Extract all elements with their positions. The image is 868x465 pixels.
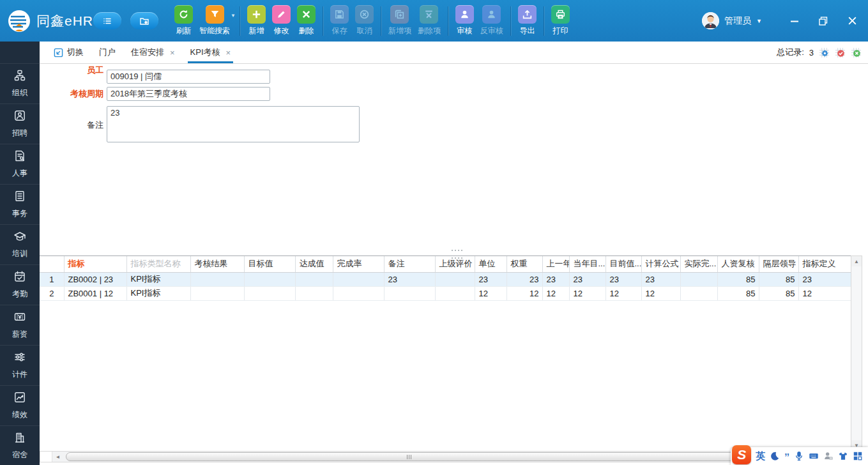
tab-portal[interactable]: 门户 (91, 42, 123, 63)
table-cell-result[interactable] (190, 272, 244, 286)
sidebar-item-hr[interactable]: 人事 (0, 144, 40, 184)
table-cell-result[interactable] (190, 286, 244, 300)
column-header-definition[interactable]: 指标定义 (798, 256, 851, 272)
table-cell-indicator-type[interactable]: KPI指标 (126, 272, 190, 286)
table-cell-achieved[interactable] (295, 286, 333, 300)
user-name[interactable]: 管理员 (724, 15, 751, 27)
column-header-achieved[interactable]: 达成值 (295, 256, 333, 272)
table-cell-current-value[interactable]: 23 (605, 272, 641, 286)
table-cell-last-year[interactable]: 12 (542, 286, 569, 300)
avatar[interactable] (702, 12, 719, 29)
column-header-current-target[interactable]: 当年目... (569, 256, 605, 272)
scroll-up-icon[interactable]: ▲ (851, 256, 862, 266)
column-header-result[interactable]: 考核结果 (190, 256, 244, 272)
tab-accommodation[interactable]: 住宿安排× (123, 42, 183, 63)
column-header-current-value[interactable]: 目前值... (605, 256, 641, 272)
table-cell-indicator[interactable]: ZB0001 | 12 (64, 286, 126, 300)
restore-button[interactable] (818, 15, 829, 27)
grid-approve-icon[interactable] (835, 47, 846, 58)
person-badge-icon[interactable] (823, 451, 834, 461)
sidebar-item-training[interactable]: 培训 (0, 224, 40, 264)
column-header-skip-leader[interactable]: 隔层领导 (759, 256, 798, 272)
column-header-num[interactable] (40, 256, 64, 272)
table-cell-superior-eval[interactable] (435, 286, 475, 300)
scrollbar-thumb[interactable] (66, 452, 752, 461)
column-header-weight[interactable]: 权重 (506, 256, 542, 272)
minimize-button[interactable] (789, 15, 800, 27)
table-cell-skip-leader[interactable]: 85 (759, 286, 798, 300)
column-header-completion[interactable]: 完成率 (333, 256, 384, 272)
table-cell-completion[interactable] (333, 272, 384, 286)
column-header-last-year[interactable]: 上一年... (542, 256, 569, 272)
table-cell-target[interactable] (244, 272, 295, 286)
sidebar-item-salary[interactable]: 薪资 (0, 305, 40, 345)
horizontal-scrollbar[interactable]: ◄ (40, 451, 851, 462)
column-header-formula[interactable]: 计算公式 (641, 256, 680, 272)
table-cell-last-year[interactable]: 23 (542, 272, 569, 286)
table-row[interactable]: 2ZB0001 | 12KPI指标121212121212858512 (40, 286, 851, 300)
tab-switch[interactable]: 切换 (46, 42, 91, 63)
punct-icon[interactable]: ’’ (784, 451, 789, 462)
sidebar-item-piecework[interactable]: 计件 (0, 345, 40, 385)
row-number-cell[interactable]: 1 (40, 272, 64, 286)
export-button[interactable]: 导出 (515, 5, 540, 36)
table-cell-completion[interactable] (333, 286, 384, 300)
column-header-target[interactable]: 目标值 (244, 256, 295, 272)
print-button[interactable]: 打印 (548, 5, 573, 36)
tab-close-icon[interactable]: × (170, 48, 175, 57)
user-dropdown-caret-icon[interactable]: ▼ (756, 18, 762, 24)
grid-reject-icon[interactable] (851, 47, 862, 58)
column-header-unit[interactable]: 单位 (475, 256, 506, 272)
scroll-left-icon[interactable]: ◄ (52, 452, 63, 462)
smart-search-button[interactable]: 智能搜索 (196, 5, 233, 36)
sidebar-item-org[interactable]: 组织 (0, 63, 40, 103)
splitter-handle[interactable] (452, 257, 462, 259)
row-number-cell[interactable]: 2 (40, 286, 64, 300)
folder-settings-button[interactable] (130, 12, 158, 29)
close-button[interactable] (846, 15, 858, 27)
table-cell-current-target[interactable]: 23 (569, 272, 605, 286)
table-cell-achieved[interactable] (295, 272, 333, 286)
keyboard-icon[interactable] (809, 451, 819, 461)
column-header-indicator-type[interactable]: 指标类型名称 (126, 256, 190, 272)
sidebar-item-recruit[interactable]: 招聘 (0, 103, 40, 144)
table-cell-remark[interactable] (384, 286, 435, 300)
table-cell-actual[interactable] (680, 272, 717, 286)
table-cell-target[interactable] (244, 286, 295, 300)
table-cell-actual[interactable] (680, 286, 717, 300)
audit-button[interactable]: 审核 (452, 5, 477, 36)
table-cell-indicator-type[interactable]: KPI指标 (126, 286, 190, 300)
search-dropdown-caret-icon[interactable]: ▼ (231, 13, 236, 19)
moon-icon[interactable] (770, 451, 780, 461)
table-cell-weight[interactable]: 12 (506, 286, 542, 300)
tab-kpi[interactable]: KPI考核× (183, 42, 239, 63)
column-header-indicator[interactable]: 指标 (64, 256, 126, 272)
table-cell-indicator[interactable]: ZB0002 | 23 (64, 272, 126, 286)
table-cell-definition[interactable]: 12 (798, 286, 851, 300)
grid-squares-icon[interactable] (853, 451, 863, 461)
employee-field[interactable] (107, 70, 270, 84)
vertical-scrollbar[interactable]: ▲ ▼ (851, 255, 862, 451)
table-cell-remark[interactable]: 23 (384, 272, 435, 286)
table-cell-hr-review[interactable]: 85 (717, 286, 759, 300)
sidebar-item-attendance[interactable]: 考勤 (0, 264, 40, 305)
sidebar-item-performance[interactable]: 绩效 (0, 385, 40, 425)
column-header-hr-review[interactable]: 人资复核 (717, 256, 759, 272)
sidebar-item-dorm[interactable]: 宿舍 (0, 425, 40, 465)
mic-icon[interactable] (794, 451, 804, 461)
table-cell-current-target[interactable]: 12 (569, 286, 605, 300)
menu-list-button[interactable] (93, 12, 121, 29)
table-cell-current-value[interactable]: 12 (605, 286, 641, 300)
add-button[interactable]: 新增 (244, 5, 269, 36)
delete-button[interactable]: 删除 (294, 5, 319, 36)
table-cell-superior-eval[interactable] (435, 272, 475, 286)
grid-settings-icon[interactable] (819, 47, 830, 58)
ime-language-toggle[interactable]: 英 (756, 450, 765, 462)
sogou-logo-icon[interactable]: S (732, 445, 751, 464)
column-header-actual[interactable]: 实际完... (680, 256, 717, 272)
table-cell-hr-review[interactable]: 85 (717, 272, 759, 286)
table-cell-skip-leader[interactable]: 85 (759, 272, 798, 286)
table-cell-formula[interactable]: 23 (641, 272, 680, 286)
splitter-handle[interactable] (452, 250, 462, 251)
refresh-button[interactable]: 刷新 (171, 5, 196, 36)
